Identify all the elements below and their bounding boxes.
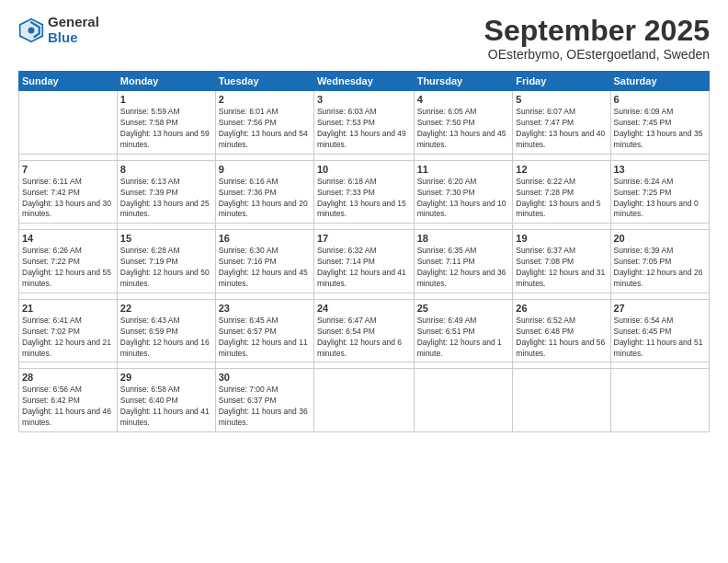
- separator-cell-0-1: [117, 154, 215, 160]
- day-number-3: 3: [317, 94, 411, 105]
- day-number-24: 24: [317, 303, 411, 314]
- day-info-9: Sunrise: 6:16 AMSunset: 7:36 PMDaylight:…: [219, 177, 311, 221]
- day-number-11: 11: [417, 164, 510, 175]
- page: General Blue September 2025 OEsterbymo, …: [0, 0, 728, 563]
- day-number-27: 27: [614, 303, 707, 314]
- day-info-30: Sunrise: 7:00 AMSunset: 6:37 PMDaylight:…: [219, 385, 311, 429]
- day-number-28: 28: [22, 372, 114, 383]
- separator-cell-0-2: [215, 154, 313, 160]
- day-info-24: Sunrise: 6:47 AMSunset: 6:54 PMDaylight:…: [317, 316, 411, 360]
- day-cell-3-3: 24Sunrise: 6:47 AMSunset: 6:54 PMDayligh…: [313, 299, 414, 362]
- separator-cell-0-6: [610, 154, 710, 160]
- day-info-23: Sunrise: 6:45 AMSunset: 6:57 PMDaylight:…: [219, 316, 311, 360]
- day-cell-1-1: 8Sunrise: 6:13 AMSunset: 7:39 PMDaylight…: [117, 160, 215, 224]
- day-info-16: Sunrise: 6:30 AMSunset: 7:16 PMDaylight:…: [219, 246, 311, 290]
- day-info-25: Sunrise: 6:49 AMSunset: 6:51 PMDaylight:…: [417, 316, 510, 360]
- calendar-subtitle: OEsterbymo, OEstergoetland, Sweden: [484, 47, 710, 62]
- separator-cell-2-6: [610, 293, 710, 299]
- day-info-12: Sunrise: 6:22 AMSunset: 7:28 PMDaylight:…: [516, 177, 607, 221]
- day-info-14: Sunrise: 6:26 AMSunset: 7:22 PMDaylight:…: [22, 246, 114, 290]
- day-cell-0-6: 6Sunrise: 6:09 AMSunset: 7:45 PMDaylight…: [610, 91, 710, 155]
- day-number-17: 17: [317, 233, 411, 244]
- header-friday: Friday: [513, 72, 610, 91]
- weekday-header-row: Sunday Monday Tuesday Wednesday Thursday…: [19, 72, 710, 91]
- week-separator-3: [19, 362, 710, 369]
- calendar-table: Sunday Monday Tuesday Wednesday Thursday…: [18, 71, 710, 432]
- separator-cell-3-5: [513, 362, 610, 369]
- header: General Blue September 2025 OEsterbymo, …: [18, 15, 710, 62]
- day-cell-1-4: 11Sunrise: 6:20 AMSunset: 7:30 PMDayligh…: [414, 160, 513, 224]
- day-number-2: 2: [219, 94, 311, 105]
- title-block: September 2025 OEsterbymo, OEstergoetlan…: [484, 15, 710, 62]
- day-cell-0-3: 3Sunrise: 6:03 AMSunset: 7:53 PMDaylight…: [313, 91, 414, 155]
- day-number-22: 22: [120, 303, 212, 314]
- separator-cell-1-6: [610, 224, 710, 230]
- day-number-10: 10: [317, 164, 411, 175]
- day-number-29: 29: [120, 372, 212, 383]
- day-cell-1-5: 12Sunrise: 6:22 AMSunset: 7:28 PMDayligh…: [513, 160, 610, 224]
- day-info-3: Sunrise: 6:03 AMSunset: 7:53 PMDaylight:…: [317, 107, 411, 151]
- day-info-4: Sunrise: 6:05 AMSunset: 7:50 PMDaylight:…: [417, 107, 510, 151]
- day-cell-3-5: 26Sunrise: 6:52 AMSunset: 6:48 PMDayligh…: [513, 299, 610, 362]
- day-info-19: Sunrise: 6:37 AMSunset: 7:08 PMDaylight:…: [516, 246, 607, 290]
- day-cell-3-1: 22Sunrise: 6:43 AMSunset: 6:59 PMDayligh…: [117, 299, 215, 362]
- separator-cell-3-0: [19, 362, 118, 369]
- day-number-12: 12: [516, 164, 607, 175]
- separator-cell-1-0: [19, 224, 118, 230]
- logo-text: General Blue: [48, 15, 99, 45]
- week-row-5: 28Sunrise: 6:56 AMSunset: 6:42 PMDayligh…: [19, 369, 710, 432]
- separator-cell-0-4: [414, 154, 513, 160]
- day-cell-4-0: 28Sunrise: 6:56 AMSunset: 6:42 PMDayligh…: [19, 369, 118, 432]
- day-cell-4-6: [610, 369, 710, 432]
- day-cell-3-6: 27Sunrise: 6:54 AMSunset: 6:45 PMDayligh…: [610, 299, 710, 362]
- day-info-13: Sunrise: 6:24 AMSunset: 7:25 PMDaylight:…: [614, 177, 707, 221]
- day-info-29: Sunrise: 6:58 AMSunset: 6:40 PMDaylight:…: [120, 385, 212, 429]
- separator-cell-2-4: [414, 293, 513, 299]
- day-cell-4-4: [414, 369, 513, 432]
- day-number-9: 9: [219, 164, 311, 175]
- day-cell-2-4: 18Sunrise: 6:35 AMSunset: 7:11 PMDayligh…: [414, 230, 513, 293]
- day-number-8: 8: [120, 164, 212, 175]
- separator-cell-2-5: [513, 293, 610, 299]
- logo: General Blue: [18, 15, 99, 45]
- day-cell-3-2: 23Sunrise: 6:45 AMSunset: 6:57 PMDayligh…: [215, 299, 313, 362]
- day-info-2: Sunrise: 6:01 AMSunset: 7:56 PMDaylight:…: [219, 107, 311, 151]
- day-cell-0-0: [19, 91, 118, 155]
- logo-general-text: General: [48, 15, 99, 30]
- day-number-14: 14: [22, 233, 114, 244]
- separator-cell-2-0: [19, 293, 118, 299]
- separator-cell-3-3: [313, 362, 414, 369]
- day-number-21: 21: [22, 303, 114, 314]
- day-number-25: 25: [417, 303, 510, 314]
- day-cell-1-2: 9Sunrise: 6:16 AMSunset: 7:36 PMDaylight…: [215, 160, 313, 224]
- separator-cell-1-2: [215, 224, 313, 230]
- day-number-4: 4: [417, 94, 510, 105]
- day-info-11: Sunrise: 6:20 AMSunset: 7:30 PMDaylight:…: [417, 177, 510, 221]
- day-info-6: Sunrise: 6:09 AMSunset: 7:45 PMDaylight:…: [614, 107, 707, 151]
- separator-cell-1-3: [313, 224, 414, 230]
- header-thursday: Thursday: [414, 72, 513, 91]
- day-number-18: 18: [417, 233, 510, 244]
- day-number-23: 23: [219, 303, 311, 314]
- day-cell-3-4: 25Sunrise: 6:49 AMSunset: 6:51 PMDayligh…: [414, 299, 513, 362]
- header-tuesday: Tuesday: [215, 72, 313, 91]
- separator-cell-1-1: [117, 224, 215, 230]
- separator-cell-2-1: [117, 293, 215, 299]
- day-number-30: 30: [219, 372, 311, 383]
- day-cell-0-4: 4Sunrise: 6:05 AMSunset: 7:50 PMDaylight…: [414, 91, 513, 155]
- day-cell-2-6: 20Sunrise: 6:39 AMSunset: 7:05 PMDayligh…: [610, 230, 710, 293]
- day-info-26: Sunrise: 6:52 AMSunset: 6:48 PMDaylight:…: [516, 316, 607, 360]
- day-info-28: Sunrise: 6:56 AMSunset: 6:42 PMDaylight:…: [22, 385, 114, 429]
- day-cell-4-5: [513, 369, 610, 432]
- separator-cell-3-1: [117, 362, 215, 369]
- separator-cell-3-6: [610, 362, 710, 369]
- separator-cell-1-4: [414, 224, 513, 230]
- logo-icon: [18, 17, 44, 43]
- day-info-27: Sunrise: 6:54 AMSunset: 6:45 PMDaylight:…: [614, 316, 707, 360]
- week-separator-0: [19, 154, 710, 160]
- day-cell-2-3: 17Sunrise: 6:32 AMSunset: 7:14 PMDayligh…: [313, 230, 414, 293]
- day-number-15: 15: [120, 233, 212, 244]
- separator-cell-0-5: [513, 154, 610, 160]
- day-info-18: Sunrise: 6:35 AMSunset: 7:11 PMDaylight:…: [417, 246, 510, 290]
- day-info-1: Sunrise: 5:59 AMSunset: 7:58 PMDaylight:…: [120, 107, 212, 151]
